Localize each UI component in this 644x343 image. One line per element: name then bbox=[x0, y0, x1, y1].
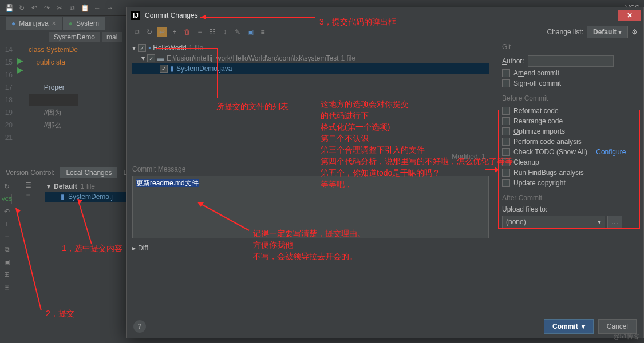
commit-message-label: Commit Message bbox=[132, 165, 489, 173]
expand-icon[interactable]: ⊞ bbox=[2, 269, 12, 280]
checkbox[interactable] bbox=[502, 179, 510, 187]
cut-icon[interactable]: ✂ bbox=[55, 3, 64, 13]
refresh-icon[interactable]: ↻ bbox=[2, 181, 12, 192]
paste-icon[interactable]: 📋 bbox=[80, 3, 89, 13]
copy-icon[interactable]: ⧉ bbox=[68, 3, 77, 13]
upload-select[interactable]: (none)▾ bbox=[502, 216, 605, 228]
run-icon[interactable]: ▶ bbox=[17, 56, 29, 65]
revert-icon[interactable]: ↶ bbox=[2, 206, 12, 217]
java-icon: ● bbox=[69, 19, 73, 27]
vc-tree-tools: ☰ ≡ bbox=[14, 179, 42, 343]
cancel-button[interactable]: Cancel bbox=[598, 319, 637, 334]
watermark: @51博客 bbox=[614, 332, 639, 341]
checkbox[interactable]: ✓ bbox=[138, 44, 146, 52]
git-section-title: Git bbox=[502, 43, 637, 51]
group-icon[interactable]: ☰ bbox=[25, 181, 31, 189]
refresh-icon[interactable]: ↻ bbox=[145, 28, 154, 36]
chevron-down-icon: ▾ bbox=[141, 54, 145, 62]
code-area[interactable]: class SystemDe public sta Proper //因为 //… bbox=[29, 43, 78, 144]
commit-message-input[interactable]: 更新readme.md文件 bbox=[132, 176, 489, 238]
amend-label: Amend commit bbox=[513, 69, 559, 77]
checkbox[interactable] bbox=[502, 107, 510, 115]
edit-icon[interactable]: ✎ bbox=[233, 28, 242, 36]
checkbox[interactable]: ✓ bbox=[160, 65, 168, 73]
tree-folder[interactable]: ▾ ✓ ▬ E:\fusion\intellij_work\HelloWorld… bbox=[132, 53, 489, 63]
author-input[interactable] bbox=[528, 55, 614, 67]
chevron-right-icon: ▸ bbox=[132, 244, 136, 252]
module-icon[interactable]: ▣ bbox=[246, 28, 255, 36]
change-list-label: Change list: bbox=[547, 28, 583, 36]
breadcrumb-method[interactable]: mai bbox=[102, 32, 122, 42]
file-name: SystemDemo.j bbox=[68, 193, 113, 201]
tab-system[interactable]: ● System bbox=[63, 17, 105, 30]
tab-main-java[interactable]: ● Main.java × bbox=[6, 17, 62, 30]
tree-label: SystemDemo.java bbox=[176, 65, 232, 73]
run-icon[interactable]: ▶ bbox=[17, 65, 29, 74]
add-icon[interactable]: + bbox=[170, 28, 179, 36]
diff-section[interactable]: ▸ Diff bbox=[132, 244, 489, 252]
java-file-icon: ▮ bbox=[61, 193, 65, 201]
close-button[interactable]: ✕ bbox=[618, 10, 641, 21]
flatten-icon[interactable]: ≡ bbox=[26, 192, 30, 200]
file-count: 1 file bbox=[81, 182, 95, 190]
configure-link[interactable]: Configure bbox=[596, 148, 626, 156]
rearrange-label: Rearrange code bbox=[513, 117, 563, 125]
tree-file[interactable]: ✓ ▮ SystemDemo.java bbox=[132, 63, 489, 74]
minus-icon[interactable]: − bbox=[195, 28, 204, 36]
upload-browse-button[interactable]: … bbox=[607, 216, 622, 228]
chevron-down-icon: ▾ bbox=[582, 322, 585, 330]
delete-icon[interactable]: 🗑 bbox=[183, 28, 192, 36]
expand-icon[interactable]: ↕ bbox=[220, 28, 230, 36]
checkbox[interactable] bbox=[502, 69, 510, 77]
tab-local-changes[interactable]: Local Changes bbox=[60, 167, 117, 178]
close-icon[interactable]: × bbox=[52, 19, 56, 27]
commit-button[interactable]: Commit▾ bbox=[544, 319, 594, 334]
redo-icon[interactable]: ↷ bbox=[42, 3, 52, 13]
shelve-icon[interactable]: ▣ bbox=[2, 257, 12, 267]
refresh-icon[interactable]: ↻ bbox=[17, 3, 26, 13]
add-icon[interactable]: + bbox=[2, 219, 12, 229]
revert-icon[interactable]: ↩ bbox=[157, 27, 167, 37]
commit-icon[interactable]: VCS bbox=[2, 194, 12, 204]
checkbox[interactable] bbox=[502, 127, 510, 135]
optimize-label: Optimize imports bbox=[513, 127, 565, 135]
file-count: 1 file bbox=[341, 54, 355, 62]
diff-icon[interactable]: ⧉ bbox=[132, 28, 141, 36]
checkbox[interactable] bbox=[502, 117, 510, 125]
checkbox[interactable] bbox=[502, 138, 510, 146]
after-commit-title: After Commit bbox=[502, 194, 637, 202]
cleanup-label: Cleanup bbox=[513, 158, 539, 166]
settings-icon[interactable]: ⚙ bbox=[631, 28, 638, 36]
dialog-toolbar: ⧉ ↻ ↩ + 🗑 − ☷ ↕ ✎ ▣ ≡ Change list: Defau… bbox=[127, 23, 643, 41]
findbugs-label: Run FindBugs analysis bbox=[513, 169, 584, 177]
diff-icon[interactable]: ⧉ bbox=[2, 244, 12, 254]
checkbox[interactable] bbox=[502, 158, 510, 166]
help-button[interactable]: ? bbox=[133, 320, 146, 333]
breadcrumb-class[interactable]: SystemDemo bbox=[49, 32, 100, 42]
flatten-icon[interactable]: ≡ bbox=[258, 28, 267, 36]
collapse-icon[interactable]: ⊟ bbox=[2, 282, 12, 292]
checkbox[interactable] bbox=[502, 148, 510, 156]
remove-icon[interactable]: − bbox=[2, 232, 12, 242]
before-commit-title: Before Commit bbox=[502, 94, 637, 102]
java-icon: ● bbox=[11, 19, 15, 27]
changelist-name: Default bbox=[54, 182, 77, 190]
change-list-dropdown[interactable]: Default ▾ bbox=[587, 26, 628, 38]
line-gutter: 1415161718192021 bbox=[0, 43, 17, 144]
undo-icon[interactable]: ↶ bbox=[30, 3, 39, 13]
commit-dialog: IJ Commit Changes ✕ ⧉ ↻ ↩ + 🗑 − ☷ ↕ ✎ ▣ … bbox=[126, 7, 644, 338]
checkbox[interactable] bbox=[502, 79, 510, 87]
checkbox[interactable] bbox=[502, 169, 510, 177]
back-icon[interactable]: ← bbox=[93, 3, 102, 13]
checkbox[interactable]: ✓ bbox=[147, 54, 155, 62]
forward-icon[interactable]: → bbox=[105, 3, 114, 13]
tree-root[interactable]: ▾ ✓ ▪ HelloWorld 1 file bbox=[132, 43, 489, 53]
tree-label: E:\fusion\intellij_work\HelloWorld\src\c… bbox=[167, 54, 339, 62]
commit-file-tree: ▾ ✓ ▪ HelloWorld 1 file ▾ ✓ ▬ E:\fusion\… bbox=[132, 43, 489, 151]
modified-count: Modified: 1 bbox=[132, 151, 489, 162]
tab-label: System bbox=[76, 19, 99, 27]
group-icon[interactable]: ☷ bbox=[208, 28, 217, 36]
diff-label: Diff bbox=[138, 244, 148, 252]
author-label: Author: bbox=[502, 57, 524, 65]
save-icon[interactable]: 💾 bbox=[5, 3, 14, 13]
